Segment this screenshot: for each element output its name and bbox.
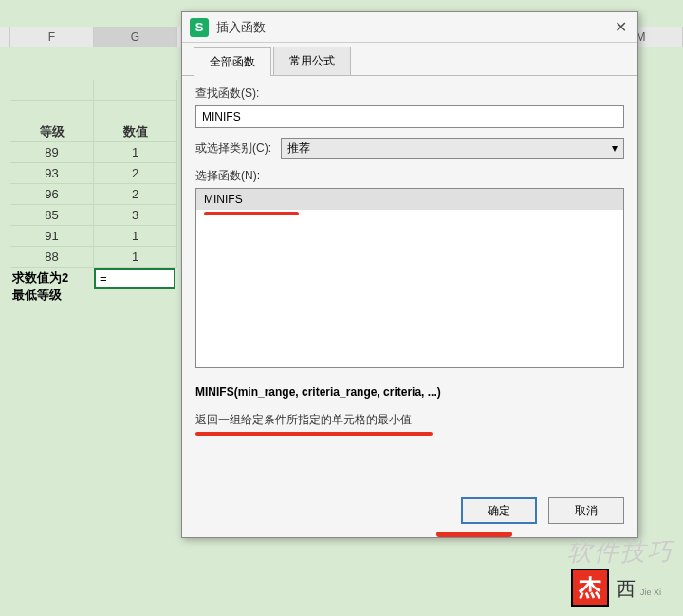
tab-all-functions[interactable]: 全部函数 [194, 47, 271, 76]
col-F[interactable]: F [10, 27, 94, 47]
insert-function-dialog: S 插入函数 ✕ 全部函数 常用公式 查找函数(S): 或选择类别(C): 推荐… [181, 11, 638, 538]
header-level[interactable]: 等级 [10, 121, 94, 142]
function-list[interactable]: MINIFS [195, 188, 624, 368]
category-select[interactable]: 推荐 ▾ [281, 138, 624, 159]
category-label: 或选择类别(C): [195, 140, 271, 157]
table-cell[interactable]: 2 [94, 184, 177, 205]
cancel-button[interactable]: 取消 [548, 497, 624, 524]
table-cell[interactable]: 1 [94, 226, 177, 247]
app-icon: S [190, 18, 209, 37]
label-text: 求数值为2最低等级 [10, 268, 94, 306]
dialog-title: 插入函数 [216, 19, 611, 36]
table-cell[interactable]: 93 [10, 163, 94, 184]
tab-common-formulas[interactable]: 常用公式 [273, 47, 351, 75]
function-description: 返回一组给定条件所指定的单元格的最小值 [195, 412, 624, 428]
select-function-label: 选择函数(N): [195, 168, 624, 184]
table-cell[interactable]: 1 [94, 247, 177, 268]
annotation-underline [204, 212, 299, 215]
table-cell[interactable]: 91 [10, 226, 94, 247]
chevron-down-icon: ▾ [612, 141, 618, 155]
dialog-tabs: 全部函数 常用公式 [182, 43, 637, 76]
table-cell[interactable]: 85 [10, 205, 94, 226]
dialog-titlebar[interactable]: S 插入函数 ✕ [182, 12, 637, 43]
header-value[interactable]: 数值 [94, 121, 177, 142]
watermark: 软件技巧 杰 西 Jie Xi [567, 535, 674, 607]
close-icon[interactable]: ✕ [611, 18, 630, 37]
table-cell[interactable]: 89 [10, 142, 94, 163]
annotation-underline [436, 532, 512, 537]
table-cell[interactable]: 3 [94, 205, 177, 226]
active-formula-cell[interactable]: = [94, 268, 175, 289]
col-G[interactable]: G [94, 27, 177, 47]
function-signature: MINIFS(min_range, criteria_range, criter… [195, 385, 624, 399]
table-cell[interactable]: 96 [10, 184, 94, 205]
ok-button[interactable]: 确定 [461, 497, 537, 524]
annotation-underline [195, 432, 433, 436]
table-cell[interactable]: 1 [94, 142, 177, 163]
spreadsheet-data: 等级 数值 891 932 962 853 911 881 求数值为2最低等级 … [10, 80, 177, 306]
function-item-minifs[interactable]: MINIFS [196, 189, 623, 210]
table-cell[interactable]: 2 [94, 163, 177, 184]
search-input[interactable] [195, 105, 624, 128]
search-label: 查找函数(S): [195, 85, 624, 102]
table-cell[interactable]: 88 [10, 247, 94, 268]
